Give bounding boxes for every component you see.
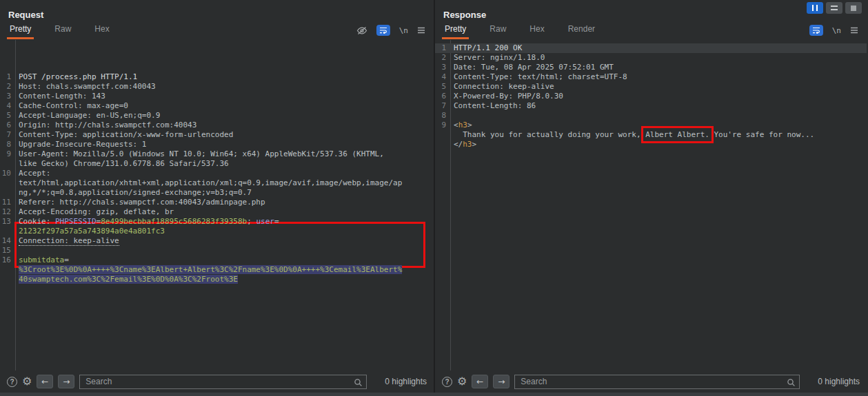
request-panel: Request PrettyRawHex \n 1POST /process.p…	[0, 0, 434, 393]
line-number: 13	[0, 217, 11, 227]
code-line: 15	[0, 246, 434, 256]
highlights-count: 0 highlights	[805, 377, 860, 386]
line-number: 1	[0, 72, 11, 82]
line-number: 11	[0, 198, 11, 207]
code-line: </h3>	[435, 140, 867, 149]
pause-button[interactable]	[807, 2, 823, 14]
menu-icon[interactable]	[850, 27, 858, 34]
tab-hex[interactable]: Hex	[92, 22, 112, 39]
line-number: 7	[435, 101, 446, 111]
search-input[interactable]	[79, 375, 367, 389]
code-line: 5Accept-Language: en-US,en;q=0.9	[0, 111, 434, 121]
hide-matches-icon[interactable]	[356, 26, 367, 35]
line-number	[435, 130, 446, 140]
line-number: 9	[0, 149, 11, 159]
code-line: 6Origin: http://chals.swampctf.com:40043	[0, 121, 434, 130]
search-icon	[354, 377, 363, 390]
nonprintable-icon[interactable]: \n	[832, 26, 841, 35]
help-icon[interactable]: ?	[442, 377, 452, 387]
code-line: 7Content-Type: application/x-www-form-ur…	[0, 130, 434, 140]
code-line: 11Referer: http://chals.swampctf.com:400…	[0, 198, 434, 207]
help-icon[interactable]: ?	[7, 377, 17, 387]
code-line: 10Accept:	[0, 169, 434, 178]
code-line: text/html,application/xhtml+xml,applicat…	[0, 178, 434, 188]
gear-icon[interactable]: ⚙	[22, 376, 32, 387]
line-number: 1	[435, 43, 446, 53]
response-header-icons: \n	[809, 25, 858, 36]
line-number: 6	[435, 92, 446, 101]
line-number: 15	[0, 246, 11, 256]
tab-pretty[interactable]: Pretty	[442, 22, 469, 39]
code-line: 13Cookie: PHPSESSID=8e499becbbaf18895c56…	[0, 217, 434, 227]
code-line: 2Host: chals.swampctf.com:40043	[0, 82, 434, 92]
message-editor-window: Request PrettyRawHex \n 1POST /process.p…	[0, 0, 868, 393]
line-number: 9	[435, 121, 446, 130]
code-line: 6X-Powered-By: PHP/8.0.30	[435, 92, 867, 101]
window-bottom-strip	[0, 393, 868, 396]
tab-raw[interactable]: Raw	[52, 22, 74, 39]
tab-raw[interactable]: Raw	[487, 22, 509, 39]
line-number	[0, 275, 11, 284]
code-line: 9User-Agent: Mozilla/5.0 (Windows NT 10.…	[0, 149, 434, 159]
line-number: 14	[0, 236, 11, 246]
response-panel: Response PrettyRawHexRender \n 1HTTP/1.1…	[434, 0, 867, 393]
line-number: 4	[0, 101, 11, 111]
code-line: 1HTTP/1.1 200 OK	[435, 43, 867, 53]
next-match-button[interactable]: →	[493, 375, 509, 388]
line-number: 16	[0, 256, 11, 265]
line-number	[0, 227, 11, 236]
request-editor[interactable]: 1POST /process.php HTTP/1.12Host: chals.…	[0, 40, 434, 371]
line-number: 3	[435, 63, 446, 72]
request-header-icons: \n	[356, 25, 425, 36]
lines-button[interactable]	[826, 2, 842, 14]
line-number: 3	[0, 92, 11, 101]
code-line: 3Date: Tue, 08 Apr 2025 07:52:01 GMT	[435, 63, 867, 72]
line-number: 2	[435, 53, 446, 63]
code-line: 16submitdata=	[0, 256, 434, 265]
word-wrap-icon[interactable]	[376, 25, 390, 36]
word-wrap-icon[interactable]	[809, 25, 823, 36]
code-line: 40swamptech.com%3C%2Femail%3E%0D%0A%3C%2…	[0, 275, 434, 284]
code-line: 21232f297a57a5a743894a0e4a801fc3	[0, 227, 434, 236]
tab-hex[interactable]: Hex	[527, 22, 547, 39]
line-number	[0, 188, 11, 198]
response-header: Response PrettyRawHexRender \n	[435, 0, 867, 40]
response-tabs: PrettyRawHexRender	[435, 23, 867, 39]
search-icon	[787, 377, 796, 390]
prev-match-button[interactable]: ←	[472, 375, 488, 388]
search-input[interactable]	[514, 375, 800, 389]
line-number: 6	[0, 121, 11, 130]
code-line: 8	[435, 111, 867, 121]
code-line: 2Server: nginx/1.18.0	[435, 53, 867, 63]
code-line: ng,*/*;q=0.8,application/signed-exchange…	[0, 188, 434, 198]
gear-icon[interactable]: ⚙	[457, 376, 467, 387]
code-line: 4Cache-Control: max-age=0	[0, 101, 434, 111]
response-search-bar: ? ⚙ ← → 0 highlights	[435, 371, 867, 393]
menu-icon[interactable]	[417, 27, 425, 34]
code-line: 12Accept-Encoding: gzip, deflate, br	[0, 207, 434, 217]
line-number: 5	[0, 111, 11, 121]
line-number	[0, 159, 11, 169]
stop-button[interactable]	[845, 2, 862, 14]
line-number	[0, 178, 11, 188]
lines-icon	[831, 6, 838, 10]
code-line: 5Connection: keep-alive	[435, 82, 867, 92]
response-editor[interactable]: 1HTTP/1.1 200 OK2Server: nginx/1.18.03Da…	[435, 40, 867, 371]
highlights-count: 0 highlights	[372, 377, 427, 386]
request-search-bar: ? ⚙ ← → 0 highlights	[0, 371, 434, 393]
prev-match-button[interactable]: ←	[37, 375, 53, 388]
response-name-annotation-box: Albert Albert.	[645, 130, 709, 139]
line-number: 10	[0, 169, 11, 178]
code-line: 3Content-Length: 143	[0, 92, 434, 101]
tab-pretty[interactable]: Pretty	[7, 22, 34, 39]
tab-render[interactable]: Render	[565, 22, 598, 39]
code-line: 9<h3>	[435, 121, 867, 130]
next-match-button[interactable]: →	[58, 375, 74, 388]
code-line: 8Upgrade-Insecure-Requests: 1	[0, 140, 434, 149]
code-line: Thank you for actually doing your work, …	[435, 130, 867, 140]
code-line: 14Connection: keep-alive	[0, 236, 434, 246]
nonprintable-icon[interactable]: \n	[399, 26, 408, 35]
line-number: 5	[435, 82, 446, 92]
code-line: %3Croot%3E%0D%0A++++%3Cname%3EAlbert+Alb…	[0, 265, 434, 275]
line-number: 7	[0, 130, 11, 140]
